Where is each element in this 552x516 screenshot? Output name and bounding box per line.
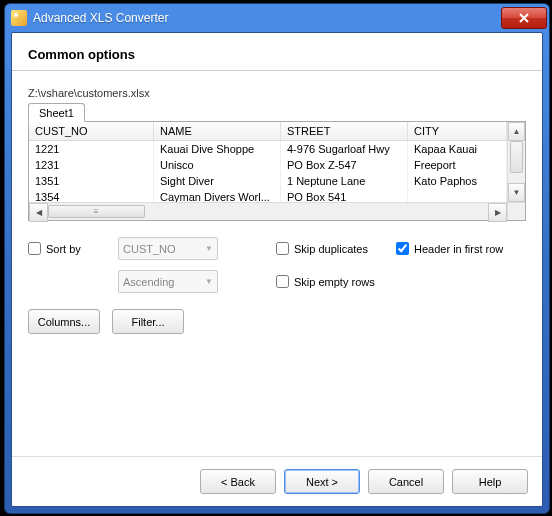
scroll-up-icon[interactable]: ▲ — [508, 122, 525, 141]
grid-body: 1221 Kauai Dive Shoppe 4-976 Sugarloaf H… — [29, 141, 507, 202]
chevron-down-icon: ▼ — [205, 244, 213, 253]
skip-empty-rows-check[interactable] — [276, 275, 289, 288]
cell: PO Box 541 — [281, 189, 408, 202]
cell: Cayman Divers Worl... — [154, 189, 281, 202]
sort-field-value: CUST_NO — [123, 243, 176, 255]
cell: 1221 — [29, 141, 154, 157]
sort-direction-select[interactable]: Ascending ▼ — [118, 270, 218, 293]
cell: Kauai Dive Shoppe — [154, 141, 281, 157]
column-header[interactable]: NAME — [154, 122, 281, 140]
cancel-button[interactable]: Cancel — [368, 469, 444, 494]
grid-header: CUST_NO NAME STREET CITY — [29, 122, 507, 141]
client-area: Common options Z:\vshare\customers.xlsx … — [11, 32, 543, 507]
cell: PO Box Z-547 — [281, 157, 408, 173]
column-header[interactable]: CITY — [408, 122, 507, 140]
chevron-down-icon: ▼ — [205, 277, 213, 286]
app-window: Advanced XLS Converter Common options Z:… — [4, 3, 550, 514]
sheet-tab[interactable]: Sheet1 — [28, 103, 85, 122]
skip-duplicates-label: Skip duplicates — [294, 243, 368, 255]
filter-button[interactable]: Filter... — [112, 309, 184, 334]
cell: 1351 — [29, 173, 154, 189]
column-header[interactable]: STREET — [281, 122, 408, 140]
sort-field-select[interactable]: CUST_NO ▼ — [118, 237, 218, 260]
cell: Kato Paphos — [408, 173, 507, 189]
cell — [408, 189, 507, 202]
cell: Kapaa Kauai — [408, 141, 507, 157]
window-title: Advanced XLS Converter — [33, 11, 501, 25]
options-area: Sort by CUST_NO ▼ Skip duplicates Header… — [28, 237, 526, 334]
data-grid: CUST_NO NAME STREET CITY 1221 Kauai Dive… — [28, 121, 526, 221]
skip-duplicates-checkbox[interactable]: Skip duplicates — [276, 242, 396, 255]
back-button[interactable]: < Back — [200, 469, 276, 494]
close-button[interactable] — [501, 7, 547, 29]
app-icon — [11, 10, 27, 26]
skip-empty-rows-label: Skip empty rows — [294, 276, 375, 288]
cell: 1 Neptune Lane — [281, 173, 408, 189]
skip-empty-rows-checkbox[interactable]: Skip empty rows — [276, 275, 375, 288]
cell: 1354 — [29, 189, 154, 202]
sort-by-checkbox[interactable]: Sort by — [28, 242, 118, 255]
cell: Freeport — [408, 157, 507, 173]
skip-duplicates-check[interactable] — [276, 242, 289, 255]
cell: Unisco — [154, 157, 281, 173]
scrollbar-corner — [507, 203, 525, 220]
body: Z:\vshare\customers.xlsx Sheet1 CUST_NO … — [12, 71, 542, 456]
sort-by-label: Sort by — [46, 243, 81, 255]
scroll-right-icon[interactable]: ▶ — [488, 203, 507, 222]
vertical-scrollbar[interactable]: ▲ ▼ — [507, 122, 525, 202]
header-first-row-checkbox[interactable]: Header in first row — [396, 242, 503, 255]
next-button[interactable]: Next > — [284, 469, 360, 494]
scroll-down-icon[interactable]: ▼ — [508, 183, 525, 202]
help-button[interactable]: Help — [452, 469, 528, 494]
titlebar: Advanced XLS Converter — [5, 4, 549, 32]
columns-button[interactable]: Columns... — [28, 309, 100, 334]
table-row[interactable]: 1221 Kauai Dive Shoppe 4-976 Sugarloaf H… — [29, 141, 507, 157]
tab-row: Sheet1 — [28, 103, 526, 121]
close-icon — [519, 13, 529, 23]
cell: Sight Diver — [154, 173, 281, 189]
header-first-row-label: Header in first row — [414, 243, 503, 255]
scroll-left-icon[interactable]: ◀ — [29, 203, 48, 222]
sort-by-check[interactable] — [28, 242, 41, 255]
file-path: Z:\vshare\customers.xlsx — [28, 87, 526, 99]
table-row[interactable]: 1351 Sight Diver 1 Neptune Lane Kato Pap… — [29, 173, 507, 189]
table-row[interactable]: 1354 Cayman Divers Worl... PO Box 541 — [29, 189, 507, 202]
scrollbar-thumb[interactable] — [510, 141, 523, 173]
footer-buttons: < Back Next > Cancel Help — [12, 456, 542, 506]
sort-direction-value: Ascending — [123, 276, 174, 288]
header-first-row-check[interactable] — [396, 242, 409, 255]
cell: 4-976 Sugarloaf Hwy — [281, 141, 408, 157]
column-header[interactable]: CUST_NO — [29, 122, 154, 140]
page-title: Common options — [12, 33, 542, 70]
cell: 1231 — [29, 157, 154, 173]
scrollbar-thumb[interactable]: ≡ — [48, 205, 145, 218]
table-row[interactable]: 1231 Unisco PO Box Z-547 Freeport — [29, 157, 507, 173]
horizontal-scrollbar[interactable]: ◀ ≡ ▶ — [29, 202, 525, 220]
